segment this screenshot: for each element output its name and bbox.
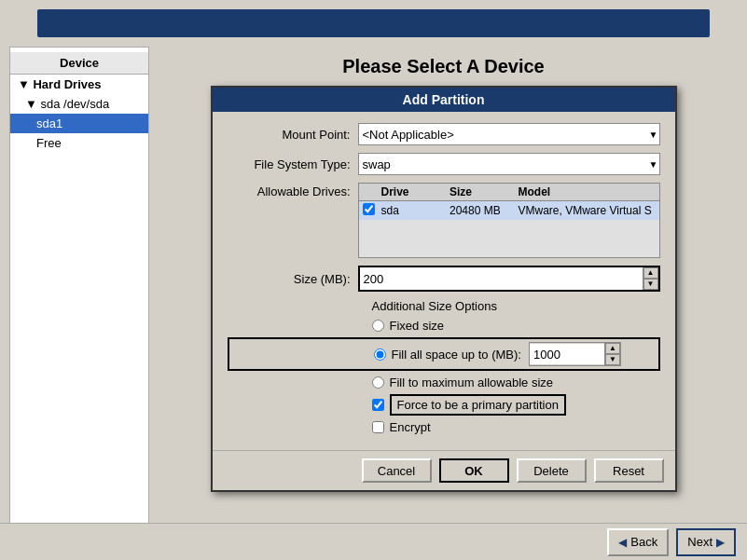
filesystem-wrapper: swap ext4 ext3 ext2 vfat ▼ [358, 153, 660, 175]
sidebar-item-sda1[interactable]: sda1 [10, 114, 148, 133]
drives-table: Drive Size Model sda 20480 MB [358, 183, 660, 258]
force-primary-checkbox[interactable] [372, 399, 384, 411]
delete-button[interactable]: Delete [517, 458, 587, 483]
size-row: Size (MB): ▲ ▼ [228, 266, 660, 292]
fill-up-input-wrapper: ▲ ▼ [529, 342, 621, 366]
force-primary-row: Force to be a primary partition [228, 394, 660, 416]
drives-header: Drive Size Model [359, 184, 659, 201]
allowable-drives-label: Allowable Drives: [228, 183, 358, 198]
modal-titlebar: Add Partition [213, 88, 675, 112]
sidebar-item-free[interactable]: Free [10, 133, 148, 153]
encrypt-checkbox[interactable] [372, 421, 384, 433]
allowable-drives-row: Allowable Drives: Drive Size Model [228, 183, 660, 258]
back-arrow-icon: ◀ [618, 536, 627, 549]
size-label: Size (MB): [228, 272, 358, 286]
drives-empty-area [359, 220, 659, 257]
reset-button[interactable]: Reset [594, 458, 664, 483]
size-spin-buttons: ▲ ▼ [643, 267, 658, 290]
sidebar-title: Device [10, 52, 148, 75]
size-input-wrapper: ▲ ▼ [358, 266, 660, 292]
sidebar: Device ▼ Hard Drives ▼ sda /dev/sda sda1… [9, 47, 149, 531]
next-button[interactable]: Next ▶ [676, 528, 736, 556]
drive-name-cell: sda [381, 204, 450, 217]
cancel-button[interactable]: Cancel [362, 458, 432, 483]
mount-point-label: Mount Point: [228, 128, 358, 142]
fill-up-spin-up[interactable]: ▲ [605, 343, 620, 354]
add-partition-dialog: Add Partition Mount Point: <Not Applicab… [211, 86, 677, 492]
modal-buttons: Cancel OK Delete Reset [213, 450, 675, 490]
force-primary-box: Force to be a primary partition [390, 394, 566, 416]
encrypt-row: Encrypt [228, 420, 660, 434]
fill-up-spin: ▲ ▼ [604, 343, 620, 365]
fill-up-highlighted-row: Fill all space up to (MB): ▲ ▼ [228, 337, 660, 371]
drives-col-model: Model [519, 185, 656, 198]
drives-col-size: Size [450, 185, 519, 198]
size-input[interactable] [360, 267, 643, 290]
fill-max-label: Fill to maximum allowable size [390, 376, 554, 389]
fixed-size-radio[interactable] [372, 320, 384, 332]
mount-point-row: Mount Point: <Not Applicable> ▼ [228, 123, 660, 145]
drives-row: sda 20480 MB VMware, VMware Virtual S [359, 201, 659, 220]
drive-model-cell: VMware, VMware Virtual S [519, 204, 656, 217]
ok-button[interactable]: OK [439, 458, 509, 483]
drive-checkbox-cell [363, 203, 381, 218]
fill-up-input[interactable] [530, 344, 604, 364]
modal-body: Mount Point: <Not Applicable> ▼ File Sys… [213, 112, 675, 450]
mount-point-wrapper: <Not Applicable> ▼ [358, 123, 660, 145]
back-button[interactable]: ◀ Back [607, 528, 669, 556]
sidebar-item-hard-drives[interactable]: ▼ Hard Drives [10, 75, 148, 94]
fixed-size-label: Fixed size [390, 319, 445, 333]
content-area: Please Select A Device Add Partition Mou… [149, 47, 738, 531]
back-label: Back [630, 535, 657, 549]
additional-size-title-row: Additional Size Options [228, 299, 660, 313]
filesystem-row: File System Type: swap ext4 ext3 ext2 vf… [228, 153, 660, 175]
top-bar [37, 9, 710, 37]
encrypt-label: Encrypt [390, 420, 431, 434]
fill-max-radio[interactable] [372, 376, 384, 389]
modal-overlay: Add Partition Mount Point: <Not Applicab… [149, 47, 738, 531]
bottom-bar: ◀ Back Next ▶ [0, 523, 747, 560]
drive-checkbox[interactable] [363, 203, 375, 215]
sidebar-item-sda[interactable]: ▼ sda /dev/sda [10, 94, 148, 114]
fill-up-radio[interactable] [374, 348, 386, 361]
drives-col-drive: Drive [381, 185, 450, 198]
next-arrow-icon: ▶ [716, 536, 725, 549]
filesystem-select[interactable]: swap ext4 ext3 ext2 vfat [358, 153, 660, 175]
next-label: Next [687, 535, 712, 549]
fixed-size-row: Fixed size [228, 319, 660, 333]
fill-max-row: Fill to maximum allowable size [228, 376, 660, 389]
drive-size-cell: 20480 MB [450, 204, 519, 217]
filesystem-label: File System Type: [228, 157, 358, 171]
additional-size-title: Additional Size Options [372, 299, 497, 313]
mount-point-select[interactable]: <Not Applicable> [358, 123, 660, 145]
size-spin-up[interactable]: ▲ [643, 267, 658, 279]
drives-col-check [363, 185, 381, 198]
force-primary-label: Force to be a primary partition [397, 398, 559, 412]
fill-up-spin-down[interactable]: ▼ [605, 354, 620, 365]
fill-up-label: Fill all space up to (MB): [392, 348, 521, 362]
fill-up-inner: Fill all space up to (MB): ▲ ▼ [232, 342, 656, 366]
size-spin-down[interactable]: ▼ [643, 279, 658, 290]
